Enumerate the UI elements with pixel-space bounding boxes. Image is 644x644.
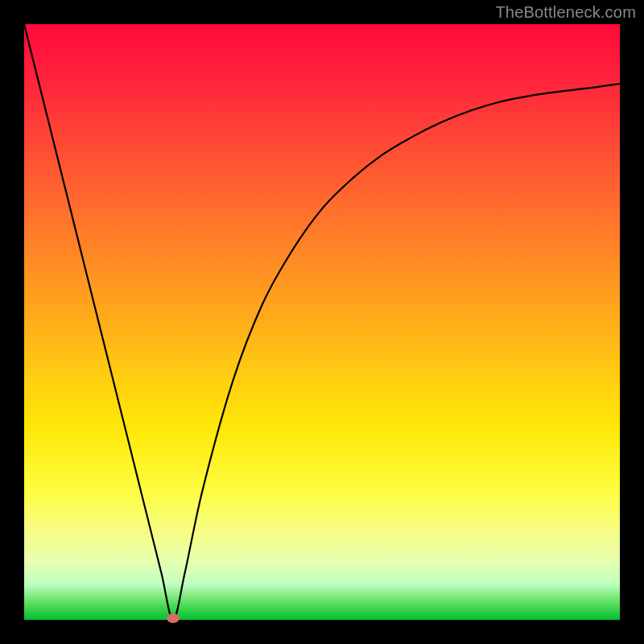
chart-frame: TheBottleneck.com bbox=[0, 0, 644, 644]
bottleneck-curve bbox=[24, 24, 620, 620]
watermark-text: TheBottleneck.com bbox=[495, 3, 636, 22]
curve-path bbox=[24, 24, 620, 620]
plot-area bbox=[24, 24, 620, 620]
minimum-marker bbox=[167, 613, 180, 623]
